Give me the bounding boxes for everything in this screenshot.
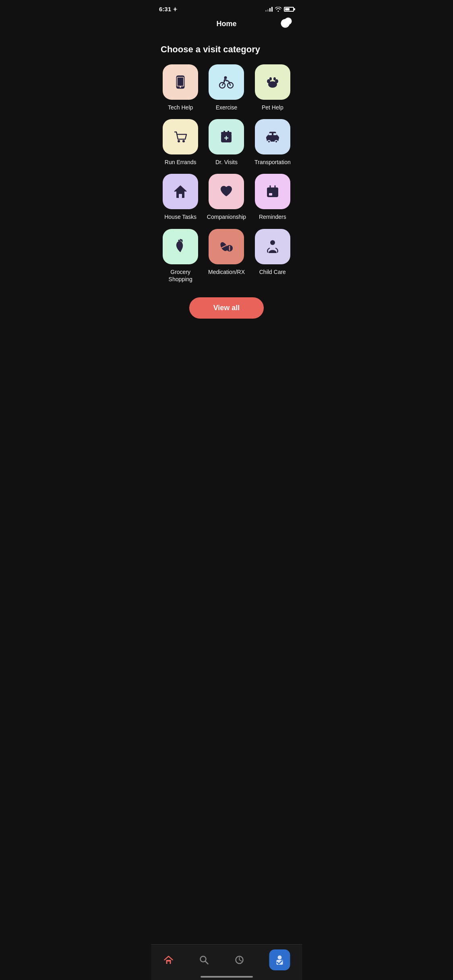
signal-icon: [265, 7, 273, 12]
status-time: 6:31: [159, 6, 178, 12]
transportation-icon-box: [255, 119, 290, 154]
car-icon: [264, 128, 281, 146]
exercise-icon-box: [209, 64, 244, 100]
run-errands-label: Run Errands: [165, 159, 197, 166]
category-grocery-shopping[interactable]: GroceryShopping: [161, 229, 200, 283]
categories-grid: Tech Help Exercise Pet He: [151, 64, 302, 283]
svg-rect-30: [266, 137, 268, 139]
svg-rect-36: [267, 190, 278, 191]
svg-point-17: [178, 140, 180, 142]
category-house-tasks[interactable]: House Tasks: [161, 174, 200, 220]
category-run-errands[interactable]: Run Errands: [161, 119, 200, 166]
chat-icon: [279, 16, 294, 31]
wifi-icon: [275, 7, 281, 12]
companionship-label: Companionship: [207, 213, 246, 220]
calendar-icon: [264, 183, 281, 200]
heart-icon: [217, 183, 235, 200]
exercise-label: Exercise: [216, 104, 238, 111]
transportation-label: Transportation: [254, 159, 291, 166]
tech-help-label: Tech Help: [168, 104, 193, 111]
category-companionship[interactable]: Companionship: [207, 174, 246, 220]
view-all-button[interactable]: View all: [189, 297, 264, 319]
category-transportation[interactable]: Transportation: [253, 119, 292, 166]
pet-help-icon-box: [255, 64, 290, 100]
svg-rect-7: [177, 77, 184, 86]
svg-rect-21: [223, 131, 225, 133]
category-pet-help[interactable]: Pet Help: [253, 64, 292, 111]
paw-icon: [264, 73, 281, 91]
phone-icon: [172, 73, 189, 91]
svg-point-8: [180, 86, 181, 88]
cart-icon: [172, 128, 189, 146]
child-care-label: Child Care: [259, 268, 286, 276]
page-title: Home: [216, 20, 236, 28]
battery-icon: [284, 7, 294, 12]
svg-rect-33: [179, 194, 182, 198]
dr-visits-label: Dr. Visits: [215, 159, 238, 166]
section-heading: Choose a visit category: [151, 36, 302, 64]
category-child-care[interactable]: Child Care: [253, 229, 292, 283]
tech-help-icon-box: [163, 64, 198, 100]
house-tasks-label: House Tasks: [164, 213, 197, 220]
pills-icon: [217, 238, 235, 255]
location-icon: [173, 7, 178, 12]
category-dr-visits[interactable]: Dr. Visits: [207, 119, 246, 166]
child-care-icon-box: [255, 229, 290, 264]
status-icons: [265, 7, 294, 12]
svg-point-16: [273, 77, 276, 80]
dr-visits-icon-box: [209, 119, 244, 154]
category-tech-help[interactable]: Tech Help: [161, 64, 200, 111]
category-medication-rx[interactable]: Medication/RX: [207, 229, 246, 283]
svg-rect-24: [269, 133, 272, 135]
category-exercise[interactable]: Exercise: [207, 64, 246, 111]
pet-help-label: Pet Help: [262, 104, 283, 111]
bike-icon: [217, 73, 235, 91]
status-bar: 6:31: [151, 0, 302, 16]
reminders-label: Reminders: [259, 213, 286, 220]
svg-point-5: [285, 19, 292, 24]
medication-rx-icon-box: [209, 229, 244, 264]
chat-button[interactable]: [279, 16, 294, 32]
svg-point-45: [270, 240, 275, 245]
svg-point-28: [268, 141, 270, 142]
run-errands-icon-box: [163, 119, 198, 154]
grocery-shopping-label: GroceryShopping: [169, 268, 192, 283]
svg-point-18: [182, 140, 185, 142]
svg-rect-20: [221, 132, 232, 134]
medication-rx-label: Medication/RX: [208, 268, 245, 276]
svg-point-29: [275, 141, 277, 142]
grocery-shopping-icon-box: [163, 229, 198, 264]
category-reminders[interactable]: Reminders: [253, 174, 292, 220]
view-all-container: View all: [151, 297, 302, 319]
medical-icon: [217, 128, 235, 146]
svg-rect-31: [277, 137, 279, 139]
reminders-icon-box: [255, 174, 290, 209]
svg-point-15: [269, 77, 272, 80]
house-icon: [172, 183, 189, 200]
house-tasks-icon-box: [163, 174, 198, 209]
companionship-icon-box: [209, 174, 244, 209]
carrot-icon: [172, 238, 189, 255]
svg-rect-39: [269, 193, 272, 196]
svg-rect-22: [228, 131, 229, 133]
svg-rect-25: [273, 133, 277, 135]
svg-rect-40: [273, 193, 276, 196]
header: Home: [151, 16, 302, 36]
baby-icon: [264, 238, 281, 255]
